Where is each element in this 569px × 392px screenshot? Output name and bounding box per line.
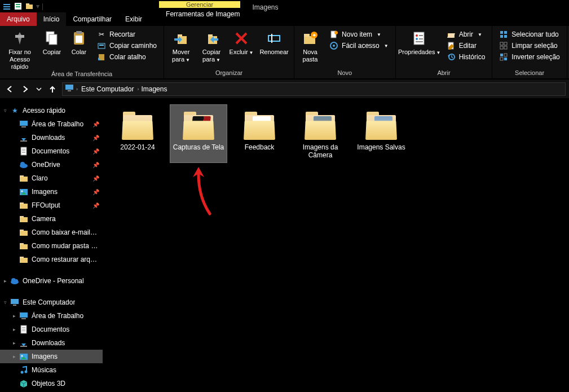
- svg-rect-6: [26, 5, 33, 9]
- breadcrumb-root[interactable]: › Este Computador ›: [76, 85, 139, 93]
- pin-to-quick-access-button[interactable]: Fixar no Acesso rápido: [3, 27, 36, 71]
- sidebar-item-pc[interactable]: ▸Imagens: [0, 350, 103, 363]
- folder-icon[interactable]: [25, 2, 34, 11]
- easy-access-button[interactable]: Fácil acesso ▼: [326, 41, 392, 51]
- pc-icon: [65, 83, 74, 94]
- sidebar-item-pc[interactable]: ▸Documentos: [0, 323, 103, 336]
- sidebar-item-label: Acesso rápido: [23, 107, 65, 114]
- folder-item[interactable]: Capturas de Tela: [170, 105, 227, 162]
- svg-rect-92: [11, 299, 19, 304]
- copy-to-button[interactable]: Copiar para▼: [198, 27, 225, 64]
- select-none-button[interactable]: Limpar seleção: [496, 41, 563, 51]
- paste-button[interactable]: Colar: [68, 27, 90, 56]
- items-view[interactable]: 2022-01-24Capturas de TelaFeedbackImagen…: [103, 98, 569, 392]
- tab-home[interactable]: Início: [37, 12, 67, 26]
- folder-item[interactable]: Imagens Salvas: [353, 105, 409, 162]
- svg-rect-53: [500, 42, 503, 45]
- chevron-right-icon[interactable]: ▸: [11, 354, 17, 359]
- svg-rect-4: [16, 4, 20, 5]
- svg-rect-1: [3, 6, 10, 7]
- back-button[interactable]: [3, 83, 16, 95]
- tab-file[interactable]: Arquivo: [0, 12, 37, 26]
- tab-share[interactable]: Compartilhar: [66, 12, 118, 26]
- folder-item[interactable]: Feedback: [231, 105, 288, 162]
- chevron-right-icon[interactable]: ▸: [11, 340, 17, 346]
- copy-path-button[interactable]: Copiar caminho: [94, 41, 160, 51]
- sidebar-item-pc[interactable]: Músicas: [0, 363, 103, 377]
- up-button[interactable]: [46, 83, 59, 95]
- move-to-button[interactable]: Mover para▼: [167, 27, 195, 64]
- context-subtab-image-tools[interactable]: Ferramentas de Imagem: [159, 8, 246, 20]
- history-button[interactable]: Histórico: [443, 52, 489, 62]
- properties-button[interactable]: Propriedades▼: [399, 27, 440, 56]
- address-bar[interactable]: › Este Computador › Imagens: [62, 82, 566, 96]
- folder-item[interactable]: Imagens da Câmera: [292, 105, 349, 162]
- svg-rect-99: [22, 331, 25, 331]
- svg-rect-95: [21, 318, 26, 319]
- system-menu-icon[interactable]: [2, 2, 11, 11]
- new-folder-icon: ✦: [301, 29, 319, 47]
- group-label-organize: Organizar: [215, 68, 242, 77]
- chevron-right-icon[interactable]: ▸: [11, 327, 17, 332]
- sidebar-item-qa[interactable]: Imagens📌: [0, 185, 103, 199]
- folder-icon: [19, 214, 28, 223]
- svg-rect-63: [68, 90, 71, 91]
- sidebar-item-pc[interactable]: Objetos 3D: [0, 377, 103, 390]
- sidebar-item-pc[interactable]: ▸Área de Trabalho: [0, 309, 103, 323]
- sidebar-item-qa[interactable]: Como baixar e-mails do: [0, 226, 103, 239]
- new-folder-button[interactable]: ✦ Nova pasta: [298, 27, 323, 63]
- new-item-button[interactable]: Novo item ▼: [326, 29, 392, 39]
- copy-label: Copiar: [43, 49, 61, 56]
- svg-rect-70: [22, 151, 25, 151]
- folder-item[interactable]: 2022-01-24: [109, 105, 166, 162]
- select-all-button[interactable]: Selecionar tudo: [496, 29, 563, 39]
- sidebar-quick-access[interactable]: ▿ ★ Acesso rápido: [0, 104, 103, 117]
- sidebar-item-qa[interactable]: Como mudar pasta de p: [0, 239, 103, 253]
- sidebar-item-qa[interactable]: Documentos📌: [0, 144, 103, 158]
- recent-locations-button[interactable]: [35, 83, 43, 95]
- sidebar-item-pc[interactable]: ▸Downloads: [0, 336, 103, 350]
- sidebar-item-qa[interactable]: Claro📌: [0, 171, 103, 185]
- chevron-right-icon[interactable]: ▸: [2, 278, 8, 284]
- svg-rect-101: [20, 346, 27, 347]
- svg-point-40: [416, 38, 418, 40]
- paste-shortcut-button[interactable]: Colar atalho: [94, 52, 160, 62]
- sidebar-item-qa[interactable]: Camera: [0, 212, 103, 226]
- sidebar-item-qa[interactable]: Downloads📌: [0, 131, 103, 144]
- svg-rect-57: [500, 54, 503, 56]
- copy-path-label: Copiar caminho: [109, 42, 157, 50]
- sidebar-item-qa[interactable]: Como restaurar arquivos: [0, 253, 103, 266]
- sidebar-item-qa[interactable]: FFOutput📌: [0, 199, 103, 212]
- breadcrumb-current[interactable]: Imagens: [141, 85, 167, 93]
- copy-button[interactable]: Copiar: [39, 27, 64, 56]
- chevron-right-icon[interactable]: ▸: [11, 313, 17, 319]
- open-button[interactable]: Abrir ▼: [443, 29, 489, 39]
- sidebar-item-qa[interactable]: Área de Trabalho📌: [0, 117, 103, 131]
- ribbon-group-new: ✦ Nova pasta Novo item ▼ Fácil acesso: [294, 26, 396, 78]
- properties-icon[interactable]: [14, 2, 23, 11]
- sidebar-item-qa[interactable]: OneDrive📌: [0, 158, 103, 171]
- cut-button[interactable]: ✂ Recortar: [94, 29, 160, 39]
- navigation-pane[interactable]: ▿ ★ Acesso rápido Área de Trabalho📌Downl…: [0, 98, 103, 392]
- svg-rect-52: [504, 35, 507, 38]
- context-tab-manage[interactable]: Gerenciar: [159, 1, 240, 8]
- sidebar-onedrive-personal[interactable]: ▸ OneDrive - Personal: [0, 274, 103, 288]
- context-title: Imagens: [246, 1, 284, 15]
- sidebar-this-pc[interactable]: ▿ Este Computador: [0, 296, 103, 309]
- delete-button[interactable]: Excluir▼: [228, 27, 254, 56]
- sidebar-item-label: Como mudar pasta de p: [32, 242, 99, 250]
- svg-rect-56: [504, 46, 507, 49]
- forward-button[interactable]: [19, 83, 32, 95]
- svg-rect-58: [504, 54, 507, 56]
- invert-selection-button[interactable]: Inverter seleção: [496, 52, 563, 62]
- edit-button[interactable]: Editar: [443, 41, 489, 51]
- chevron-down-icon[interactable]: ▿: [2, 108, 8, 113]
- pin-icon: 📌: [92, 189, 99, 195]
- chevron-down-icon[interactable]: ▿: [2, 299, 8, 305]
- tab-view[interactable]: Exibir: [118, 12, 149, 26]
- pin-icon: 📌: [92, 148, 99, 155]
- select-all-icon: [499, 30, 508, 39]
- rename-button[interactable]: Renomear: [258, 27, 290, 56]
- svg-marker-109: [193, 167, 204, 177]
- svg-rect-23: [208, 34, 213, 37]
